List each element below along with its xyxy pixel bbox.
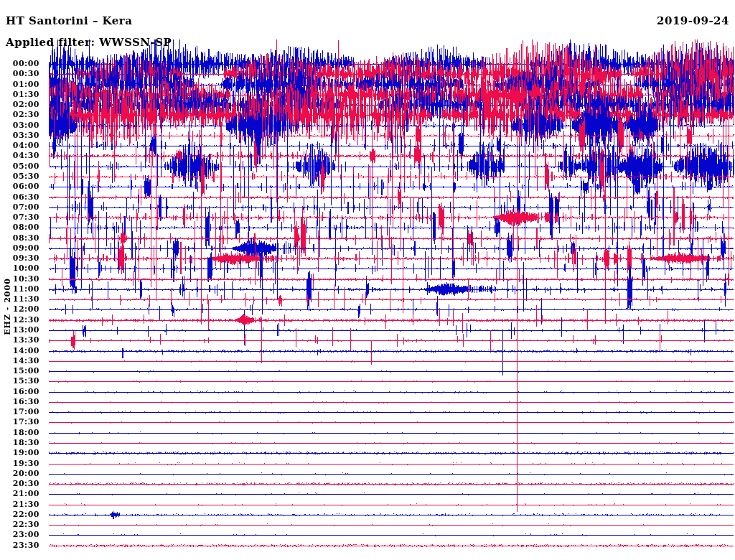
time-label-0130: 01:30 — [0, 90, 39, 99]
time-label-0000: 00:00 — [0, 59, 39, 68]
time-label-0730: 07:30 — [0, 213, 39, 222]
time-label-0100: 01:00 — [0, 80, 39, 89]
time-label-1100: 11:00 — [0, 284, 39, 294]
time-label-1700: 17:00 — [0, 407, 39, 416]
time-label-2030: 20:30 — [0, 479, 39, 488]
time-label-0900: 09:00 — [0, 243, 39, 253]
time-label-1630: 16:30 — [0, 397, 39, 406]
time-label-0400: 04:00 — [0, 141, 39, 150]
time-label-1300: 13:00 — [0, 325, 39, 335]
time-label-0230: 02:30 — [0, 110, 39, 119]
time-label-0200: 02:00 — [0, 100, 39, 109]
time-label-0700: 07:00 — [0, 202, 39, 212]
time-label-1430: 14:30 — [0, 356, 39, 365]
time-label-0430: 04:30 — [0, 151, 39, 160]
time-label-1830: 18:30 — [0, 438, 39, 447]
time-label-0930: 09:30 — [0, 253, 39, 263]
time-label-2000: 20:00 — [0, 469, 39, 478]
time-label-0530: 05:30 — [0, 172, 39, 181]
time-label-1800: 18:00 — [0, 428, 39, 437]
time-label-2300: 23:00 — [0, 530, 39, 539]
time-label-0300: 03:00 — [0, 121, 39, 130]
time-label-1930: 19:30 — [0, 459, 39, 468]
time-label-1400: 14:00 — [0, 346, 39, 355]
time-label-0600: 06:00 — [0, 182, 39, 191]
time-label-1130: 11:30 — [0, 294, 39, 304]
time-label-0800: 08:00 — [0, 223, 39, 232]
time-label-2330: 23:30 — [0, 541, 39, 550]
time-label-1330: 13:30 — [0, 335, 39, 345]
time-axis: 00:0000:3001:0001:3002:0002:3003:0003:30… — [0, 0, 41, 560]
time-label-1230: 12:30 — [0, 315, 39, 325]
time-label-2130: 21:30 — [0, 500, 39, 509]
time-label-1600: 16:00 — [0, 387, 39, 396]
time-label-0030: 00:30 — [0, 69, 39, 78]
date-label: 2019-09-24 — [657, 14, 729, 27]
time-label-0630: 06:30 — [0, 192, 39, 202]
time-label-1530: 15:30 — [0, 376, 39, 386]
time-label-0330: 03:30 — [0, 131, 39, 140]
time-label-2230: 22:30 — [0, 520, 39, 529]
helicorder-traces-canvas — [0, 0, 735, 560]
time-label-0500: 05:00 — [0, 162, 39, 171]
time-label-1730: 17:30 — [0, 417, 39, 426]
time-label-2200: 22:00 — [0, 510, 39, 519]
time-label-1000: 10:00 — [0, 263, 39, 273]
time-label-2100: 21:00 — [0, 489, 39, 498]
time-label-1030: 10:30 — [0, 274, 39, 284]
time-label-1500: 15:00 — [0, 366, 39, 375]
time-label-1900: 19:00 — [0, 448, 39, 457]
time-label-1200: 12:00 — [0, 304, 39, 314]
time-label-0830: 08:30 — [0, 233, 39, 243]
